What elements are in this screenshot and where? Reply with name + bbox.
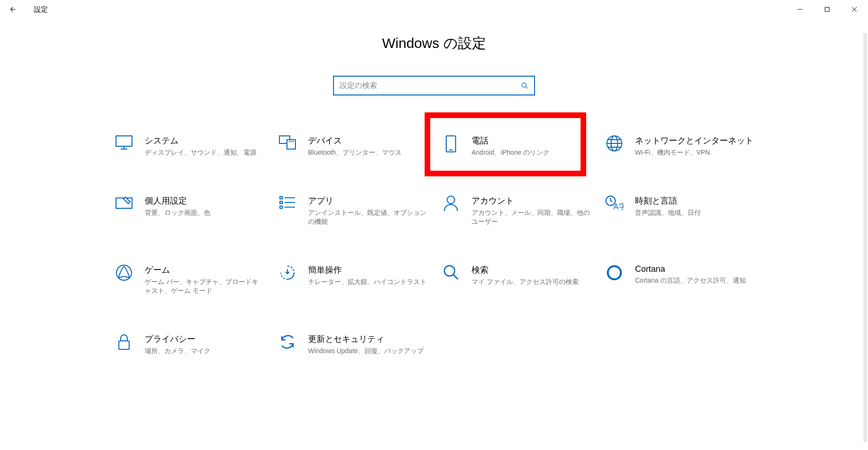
tile-cortana[interactable]: Cortana Cortana の言語、アクセス許可、通知: [599, 258, 759, 302]
close-button[interactable]: [841, 0, 868, 19]
tile-title: アカウント: [472, 195, 591, 206]
apps-icon: [277, 195, 298, 216]
svg-rect-25: [280, 201, 282, 204]
tile-sub: ナレーター、拡大鏡、ハイコントラスト: [308, 277, 427, 287]
tile-title: 簡単操作: [308, 264, 427, 276]
tile-phone[interactable]: 電話 Android、iPhone のリンク: [436, 128, 596, 164]
tile-sub: Cortana の言語、アクセス許可、通知: [635, 276, 754, 285]
svg-point-11: [289, 142, 290, 142]
tile-gaming[interactable]: ゲーム ゲーム バー、キャプチャ、ブロードキャスト、ゲーム モード: [109, 258, 269, 302]
tile-apps[interactable]: アプリ アンインストール、既定値、オプションの機能: [272, 189, 432, 233]
svg-point-12: [291, 142, 292, 142]
tile-network[interactable]: ネットワークとインターネット Wi-Fi、機内モード、VPN: [599, 128, 759, 164]
tile-title: 電話: [472, 135, 591, 146]
network-icon: [604, 135, 625, 156]
svg-rect-27: [280, 206, 282, 208]
cortana-icon: [604, 264, 625, 285]
tile-sub: アカウント、メール、同期、職場、他のユーザー: [472, 208, 591, 227]
close-icon: [852, 7, 857, 12]
scrollbar[interactable]: [863, 33, 867, 442]
tile-sub: Bluetooth、プリンター、マウス: [308, 148, 427, 158]
window-controls: [786, 0, 868, 19]
tile-personalization[interactable]: 個人用設定 背景、ロック画面、色: [109, 189, 269, 233]
settings-grid: システム ディスプレイ、サウンド、通知、電源 デバイス Bluetooth、プリ…: [0, 128, 868, 363]
search-icon: [521, 82, 528, 89]
svg-rect-6: [116, 136, 132, 146]
svg-point-29: [447, 196, 455, 204]
tile-title: 更新とセキュリティ: [308, 333, 427, 345]
privacy-icon: [114, 333, 134, 354]
svg-rect-23: [280, 197, 282, 199]
back-button[interactable]: [6, 2, 21, 17]
tile-sub: ゲーム バー、キャプチャ、ブロードキャスト、ゲーム モード: [145, 277, 264, 296]
tile-title: プライバシー: [145, 333, 264, 345]
svg-point-36: [444, 266, 455, 276]
svg-text:A字: A字: [613, 203, 624, 211]
tile-sub: Windows Update、回復、バックアップ: [308, 347, 427, 356]
tile-system[interactable]: システム ディスプレイ、サウンド、通知、電源: [109, 128, 269, 164]
tile-accounts[interactable]: アカウント アカウント、メール、同期、職場、他のユーザー: [436, 189, 596, 233]
tile-title: 検索: [472, 264, 591, 276]
time-language-icon: A字: [604, 195, 625, 216]
tile-title: ゲーム: [145, 264, 264, 276]
minimize-button[interactable]: [786, 0, 814, 19]
tile-time-language[interactable]: A字 時刻と言語 音声認識、地域、日付: [599, 189, 759, 233]
svg-line-32: [611, 201, 612, 202]
svg-line-5: [526, 87, 527, 88]
tile-privacy[interactable]: プライバシー 場所、カメラ、マイク: [109, 327, 269, 363]
arrow-left-icon: [9, 5, 17, 14]
system-icon: [114, 135, 134, 156]
maximize-icon: [824, 7, 830, 12]
tile-sub: アンインストール、既定値、オプションの機能: [308, 208, 427, 227]
tile-sub: 背景、ロック画面、色: [145, 208, 264, 218]
search-input[interactable]: [340, 81, 521, 90]
tile-update-security[interactable]: 更新とセキュリティ Windows Update、回復、バックアップ: [272, 327, 432, 363]
tile-title: Cortana: [635, 264, 754, 274]
svg-rect-39: [119, 341, 129, 349]
maximize-button[interactable]: [814, 0, 841, 19]
tile-sub: Wi-Fi、機内モード、VPN: [635, 148, 754, 158]
update-icon: [277, 333, 298, 354]
personalization-icon: [114, 195, 134, 216]
tile-sub: Android、iPhone のリンク: [472, 148, 591, 158]
tile-search[interactable]: 検索 マイ ファイル、アクセス許可の検索: [436, 258, 596, 302]
svg-rect-14: [446, 136, 456, 152]
phone-icon: [441, 135, 461, 156]
tile-title: ネットワークとインターネット: [635, 135, 754, 146]
tile-title: システム: [145, 135, 264, 146]
app-title: 設定: [34, 5, 48, 14]
minimize-icon: [797, 7, 803, 12]
tile-sub: ディスプレイ、サウンド、通知、電源: [145, 148, 264, 158]
svg-rect-1: [825, 8, 829, 12]
svg-point-38: [608, 266, 621, 279]
page-title: Windows の設定: [0, 34, 868, 53]
tile-ease-of-access[interactable]: 簡単操作 ナレーター、拡大鏡、ハイコントラスト: [272, 258, 432, 302]
ease-of-access-icon: [277, 264, 298, 285]
svg-line-37: [453, 275, 458, 279]
tile-title: 個人用設定: [145, 195, 264, 206]
svg-point-13: [293, 142, 294, 142]
tile-sub: 音声認識、地域、日付: [635, 208, 754, 218]
tile-title: アプリ: [308, 195, 427, 206]
search-tile-icon: [441, 264, 461, 285]
gaming-icon: [114, 264, 134, 285]
titlebar: 設定: [0, 0, 868, 19]
search-box[interactable]: [333, 76, 535, 95]
devices-icon: [277, 135, 298, 156]
tile-title: デバイス: [308, 135, 427, 146]
accounts-icon: [441, 195, 461, 216]
tile-devices[interactable]: デバイス Bluetooth、プリンター、マウス: [272, 128, 432, 164]
tile-sub: 場所、カメラ、マイク: [145, 347, 264, 356]
tile-title: 時刻と言語: [635, 195, 754, 206]
svg-point-4: [522, 83, 526, 87]
tile-sub: マイ ファイル、アクセス許可の検索: [472, 277, 591, 287]
